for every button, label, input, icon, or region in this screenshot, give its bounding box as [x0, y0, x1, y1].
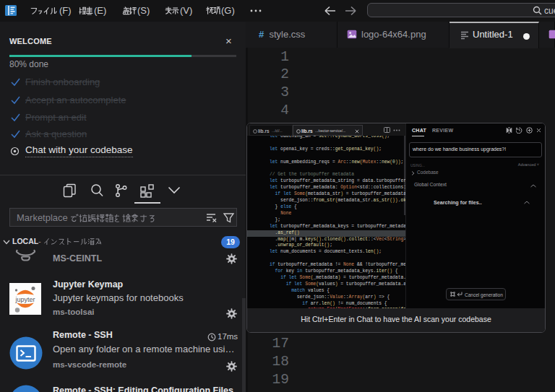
- svg-text:jupyter: jupyter: [14, 296, 35, 303]
